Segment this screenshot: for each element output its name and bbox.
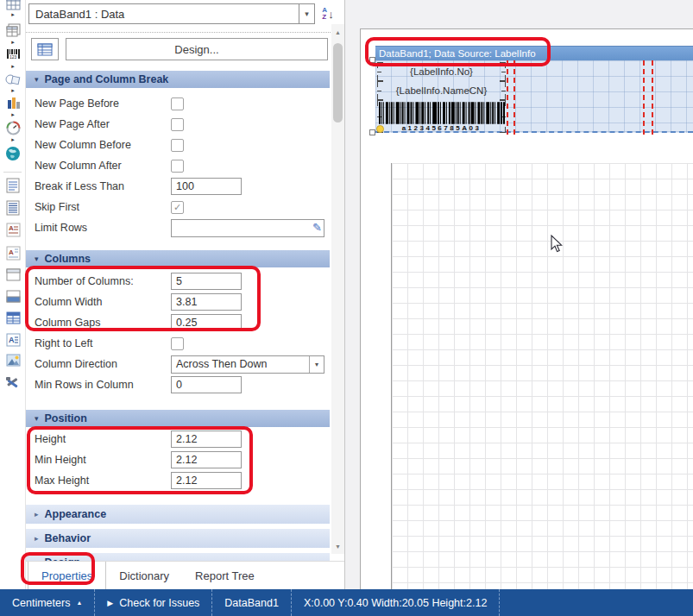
min-rows-in-column-input[interactable]	[171, 376, 242, 393]
data-grid-icon	[6, 311, 21, 324]
new-column-after-checkbox[interactable]	[171, 160, 184, 173]
flyout-arrow-icon: ▸	[3, 87, 23, 93]
dropdown-arrow-icon[interactable]: ▾	[299, 4, 314, 23]
svg-text:A: A	[9, 336, 15, 344]
chart-tool-button[interactable]: ▸	[3, 97, 23, 117]
new-column-before-checkbox[interactable]	[171, 139, 184, 152]
tab-dictionary[interactable]: Dictionary	[106, 562, 182, 589]
page-footer-tool-button[interactable]	[3, 290, 23, 303]
section-header-design[interactable]: ▸ Design	[26, 553, 330, 561]
section-header-position[interactable]: ▾ Position	[26, 410, 330, 427]
section-header-appearance[interactable]: ▸ Appearance	[26, 505, 330, 524]
properties-list: ▾ Page and Column Break New Page Before …	[26, 65, 330, 561]
scroll-down-icon[interactable]: ▼	[331, 540, 344, 552]
text-field-labelinfo-namecn[interactable]: {LabelInfo.NameCN}	[377, 81, 506, 100]
component-selector-value: DataBand1 : Data	[29, 8, 299, 21]
column-guide-line	[507, 60, 508, 135]
unit-selector[interactable]: Centimeters ▲	[0, 589, 95, 616]
shape-tool-button[interactable]: ▸	[3, 72, 23, 93]
selected-component-label: DataBand1	[224, 597, 279, 609]
selection-handle[interactable]	[369, 129, 375, 135]
text-in-cells-tool-button[interactable]: A	[3, 246, 23, 261]
data-grid-tool-button[interactable]	[3, 311, 23, 324]
component-selector-dropdown[interactable]: DataBand1 : Data ▾	[28, 3, 315, 24]
table-tool-button[interactable]: ▸	[3, 0, 23, 17]
selected-component-status[interactable]: DataBand1	[212, 589, 292, 616]
sort-properties-button[interactable]: AZ ↓	[318, 4, 337, 23]
component-toolbar: ▸ ▸ 123 ▸ ▸ ▸ ▸	[0, 0, 26, 589]
skip-first-checkbox[interactable]: ✓	[171, 201, 184, 214]
limit-rows-input[interactable]	[171, 219, 324, 237]
edit-pencil-icon[interactable]: ✎	[312, 221, 322, 234]
section-header-page-and-column-break[interactable]: ▾ Page and Column Break	[26, 71, 330, 88]
property-row: New Page After	[26, 114, 330, 135]
property-label: Min Height	[35, 454, 171, 466]
property-label: Limit Rows	[35, 222, 171, 234]
collapse-arrow-icon: ▾	[35, 414, 39, 423]
page-tool-button[interactable]	[3, 178, 23, 193]
design-button-label: Design...	[174, 43, 218, 56]
map-tool-button[interactable]	[3, 146, 23, 161]
design-canvas[interactable]: DataBand1; Data Source: LabelInfo {Label…	[345, 0, 693, 589]
max-height-input[interactable]	[171, 472, 242, 489]
tab-report-tree[interactable]: Report Tree	[182, 562, 268, 589]
right-to-left-checkbox[interactable]	[171, 337, 184, 350]
column-gaps-input[interactable]	[171, 314, 242, 331]
min-height-input[interactable]	[171, 451, 242, 468]
number-of-columns-input[interactable]	[171, 273, 242, 290]
collapse-arrow-icon: ▾	[35, 255, 39, 263]
scroll-up-icon[interactable]: ▲	[331, 26, 344, 38]
column-width-input[interactable]	[171, 293, 242, 311]
section-title: Page and Column Break	[45, 73, 169, 85]
property-row: Height	[26, 429, 330, 449]
section-header-behavior[interactable]: ▸ Behavior	[26, 529, 330, 548]
break-if-less-than-input[interactable]	[171, 178, 242, 195]
property-label: New Page Before	[35, 97, 171, 110]
panel-scrollbar[interactable]: ▲ ▼	[331, 24, 344, 554]
up-arrow-icon: ▲	[76, 600, 82, 606]
table-icon	[6, 0, 21, 10]
tab-properties[interactable]: Properties	[28, 562, 106, 589]
property-row: Number of Columns:	[26, 271, 330, 292]
flyout-arrow-icon: ▸	[3, 111, 23, 117]
panel-tool-button[interactable]	[3, 268, 23, 281]
property-label: New Column After	[35, 160, 171, 172]
text-field-labelinfo-no[interactable]: {LabelInfo.No}	[377, 62, 506, 81]
dropdown-arrow-icon[interactable]: ▾	[309, 356, 324, 373]
new-page-after-checkbox[interactable]	[171, 118, 184, 131]
panel-icon	[6, 268, 21, 281]
sort-down-arrow-icon: ↓	[328, 8, 334, 21]
rich-text-tool-button[interactable]: A	[3, 333, 23, 347]
report-tool-button[interactable]	[3, 200, 23, 216]
cross-tab-tool-button[interactable]: ▸	[3, 23, 23, 45]
property-label: Column Width	[35, 296, 171, 308]
category-view-icon	[37, 43, 53, 56]
check-for-issues-button[interactable]: ▶ Check for Issues	[95, 589, 212, 616]
property-row: Max Height	[26, 470, 330, 491]
status-bar: Centimeters ▲ ▶ Check for Issues DataBan…	[0, 589, 693, 616]
new-page-before-checkbox[interactable]	[171, 97, 184, 110]
column-direction-dropdown[interactable]: Across Then Down ▾	[171, 355, 324, 374]
flyout-arrow-icon: ▸	[3, 63, 23, 69]
text-icon: A	[6, 223, 21, 237]
selection-handle[interactable]	[369, 57, 375, 63]
scrollbar-thumb[interactable]	[333, 43, 343, 123]
design-button[interactable]: Design...	[66, 38, 328, 60]
svg-text:123: 123	[9, 54, 17, 60]
data-band-header[interactable]: DataBand1; Data Source: LabelInfo	[375, 46, 693, 60]
shape-icon	[5, 72, 21, 86]
gauge-tool-button[interactable]: ▸	[3, 121, 23, 142]
flyout-arrow-icon: ▸	[3, 11, 23, 17]
property-row: Break if Less Than	[26, 176, 330, 197]
image-tool-button[interactable]	[3, 354, 23, 367]
category-view-button[interactable]	[31, 38, 59, 60]
barcode-component[interactable]: a123456785A03	[377, 100, 506, 133]
text-tool-button[interactable]: A	[3, 223, 23, 237]
tools-tool-button[interactable]	[3, 375, 23, 389]
report-icon	[6, 200, 20, 216]
section-header-columns[interactable]: ▾ Columns	[26, 250, 330, 267]
toolbar-divider	[3, 172, 22, 173]
barcode-tool-button[interactable]: 123 ▸	[3, 48, 23, 69]
property-row: Right to Left	[26, 333, 330, 354]
height-input[interactable]	[171, 431, 242, 448]
